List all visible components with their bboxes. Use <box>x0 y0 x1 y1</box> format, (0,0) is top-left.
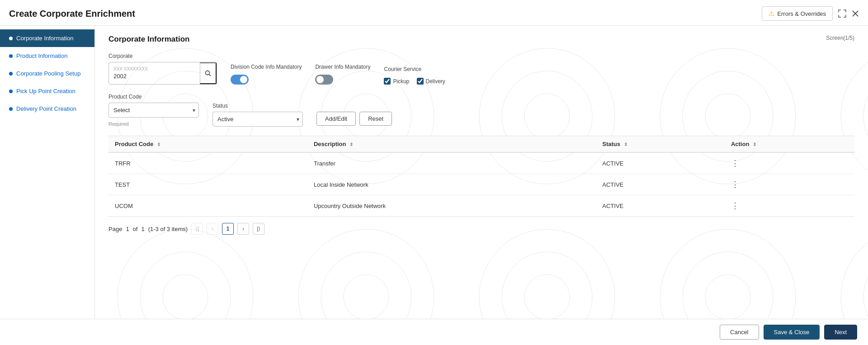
status-sort-icon[interactable]: ⇕ <box>624 142 627 147</box>
cell-action: ⋮ <box>725 152 854 174</box>
modal-container: Create Corporate Enrichment ⚠ Errors & O… <box>0 0 868 345</box>
header-actions: ⚠ Errors & Overrides <box>762 6 859 21</box>
courier-service-checkboxes: Pickup Delivery <box>384 75 445 85</box>
first-form-row: Corporate XXX XXXXXXXX 2002 <box>108 53 854 85</box>
status-select[interactable]: Active Inactive <box>212 112 303 127</box>
prev-page-button[interactable]: ‹ <box>207 223 218 235</box>
modal-body: Corporate Information Product Informatio… <box>0 26 868 319</box>
last-page-button[interactable]: |⟩ <box>253 223 264 235</box>
svg-point-2 <box>206 71 210 75</box>
sidebar-item-product-information[interactable]: Product Information <box>0 47 94 65</box>
cell-action: ⋮ <box>725 174 854 195</box>
total-pages-display: 1 <box>141 226 144 232</box>
corporate-value-line1: XXX XXXXXXXX <box>113 66 195 72</box>
sidebar: Corporate Information Product Informatio… <box>0 26 95 319</box>
reset-button[interactable]: Reset <box>359 112 392 126</box>
sidebar-item-label: Corporate Pooling Setup <box>16 70 80 77</box>
errors-overrides-button[interactable]: ⚠ Errors & Overrides <box>762 6 833 21</box>
screen-indicator: Screen(1/5) <box>826 35 854 41</box>
first-page-button[interactable]: ⟨| <box>191 223 203 235</box>
product-table: Product Code ⇕ Description ⇕ Status ⇕ <box>108 136 854 217</box>
sidebar-item-label: Pick Up Point Creation <box>16 88 75 95</box>
action-sort-icon[interactable]: ⇕ <box>753 142 756 147</box>
close-button[interactable] <box>852 10 859 17</box>
action-menu-button[interactable]: ⋮ <box>731 180 740 189</box>
corporate-input-box: XXX XXXXXXXX 2002 <box>108 62 217 85</box>
table-row: TRFR Transfer ACTIVE ⋮ <box>108 152 854 174</box>
sidebar-item-delivery-point-creation[interactable]: Delivery Point Creation <box>0 100 94 118</box>
corporate-field-group: Corporate XXX XXXXXXXX 2002 <box>108 53 217 85</box>
pickup-label: Pickup <box>393 78 409 85</box>
courier-service-field-group: Courier Service Pickup Delivery <box>384 66 445 85</box>
sidebar-dot <box>9 37 13 40</box>
corporate-value-line2: 2002 <box>113 72 195 80</box>
drawer-info-toggle[interactable] <box>315 75 333 85</box>
toggle-slider <box>315 75 333 85</box>
cell-description: Upcountry Outside Network <box>307 195 596 217</box>
action-menu-button[interactable]: ⋮ <box>731 201 740 210</box>
courier-service-label: Courier Service <box>384 66 445 72</box>
corporate-label: Corporate <box>108 53 217 59</box>
section-title: Corporate Information <box>108 35 854 44</box>
product-code-label: Product Code <box>108 94 199 100</box>
save-close-button[interactable]: Save & Close <box>764 325 820 340</box>
description-sort-icon[interactable]: ⇕ <box>349 142 353 147</box>
next-page-button[interactable]: › <box>237 223 249 235</box>
col-product-code: Product Code ⇕ <box>108 136 307 153</box>
page-1-button[interactable]: 1 <box>222 223 234 235</box>
status-field-group: Status Active Inactive ▾ <box>212 103 303 127</box>
cell-description: Local Inside Network <box>307 174 596 195</box>
delivery-checkbox-label[interactable]: Delivery <box>417 78 445 85</box>
expand-button[interactable] <box>838 9 846 18</box>
sidebar-item-label: Corporate Information <box>16 35 73 42</box>
division-code-toggle[interactable] <box>231 75 249 85</box>
cancel-button[interactable]: Cancel <box>720 325 759 340</box>
col-product-code-label: Product Code <box>115 141 153 147</box>
corporate-search-button[interactable] <box>200 62 217 84</box>
sidebar-dot <box>9 107 13 111</box>
division-code-field-group: Division Code Info Mandatory <box>231 64 302 85</box>
sidebar-item-corporate-information[interactable]: Corporate Information <box>0 29 94 47</box>
page-label: Page <box>108 226 122 232</box>
sidebar-dot <box>9 54 13 58</box>
sidebar-item-corporate-pooling-setup[interactable]: Corporate Pooling Setup <box>0 65 94 82</box>
product-code-field-group: Product Code Select TRFR TEST UCOM ▾ Req… <box>108 94 199 127</box>
add-edit-button[interactable]: Add/Edit <box>316 112 356 126</box>
errors-label: Errors & Overrides <box>777 10 826 17</box>
product-code-select-wrap: Select TRFR TEST UCOM ▾ <box>108 103 199 118</box>
modal-title: Create Corporate Enrichment <box>9 9 135 19</box>
cell-status: ACTIVE <box>596 174 725 195</box>
table-body: TRFR Transfer ACTIVE ⋮ TEST Local Inside… <box>108 152 854 217</box>
product-code-sort-icon[interactable]: ⇕ <box>157 142 160 147</box>
of-label: of <box>133 226 138 232</box>
delivery-checkbox[interactable] <box>417 78 424 85</box>
pickup-checkbox-label[interactable]: Pickup <box>384 78 409 85</box>
col-status-label: Status <box>602 141 620 147</box>
svg-line-3 <box>209 75 211 76</box>
table-row: UCOM Upcountry Outside Network ACTIVE ⋮ <box>108 195 854 217</box>
cell-description: Transfer <box>307 152 596 174</box>
division-code-label: Division Code Info Mandatory <box>231 64 302 70</box>
form-actions: Add/Edit Reset <box>316 112 392 127</box>
main-content: Screen(1/5) Corporate Information Corpor… <box>95 26 868 319</box>
col-action: Action ⇕ <box>725 136 854 153</box>
product-code-select[interactable]: Select TRFR TEST UCOM <box>108 103 199 118</box>
col-action-label: Action <box>731 141 749 147</box>
cell-product-code: TEST <box>108 174 307 195</box>
sidebar-item-pick-up-point-creation[interactable]: Pick Up Point Creation <box>0 82 94 100</box>
delivery-label: Delivery <box>426 78 445 85</box>
division-code-toggle-wrap <box>231 73 302 85</box>
drawer-info-label: Drawer Info Mandatory <box>315 64 370 70</box>
pickup-checkbox[interactable] <box>384 78 391 85</box>
drawer-info-field-group: Drawer Info Mandatory <box>315 64 370 85</box>
cell-status: ACTIVE <box>596 195 725 217</box>
cell-action: ⋮ <box>725 195 854 217</box>
next-button[interactable]: Next <box>824 325 857 340</box>
table-header-row: Product Code ⇕ Description ⇕ Status ⇕ <box>108 136 854 153</box>
cell-status: ACTIVE <box>596 152 725 174</box>
toggle-slider <box>231 75 249 85</box>
action-menu-button[interactable]: ⋮ <box>731 159 740 168</box>
drawer-info-toggle-wrap <box>315 73 370 85</box>
sidebar-dot <box>9 90 13 93</box>
required-text: Required <box>108 121 199 127</box>
